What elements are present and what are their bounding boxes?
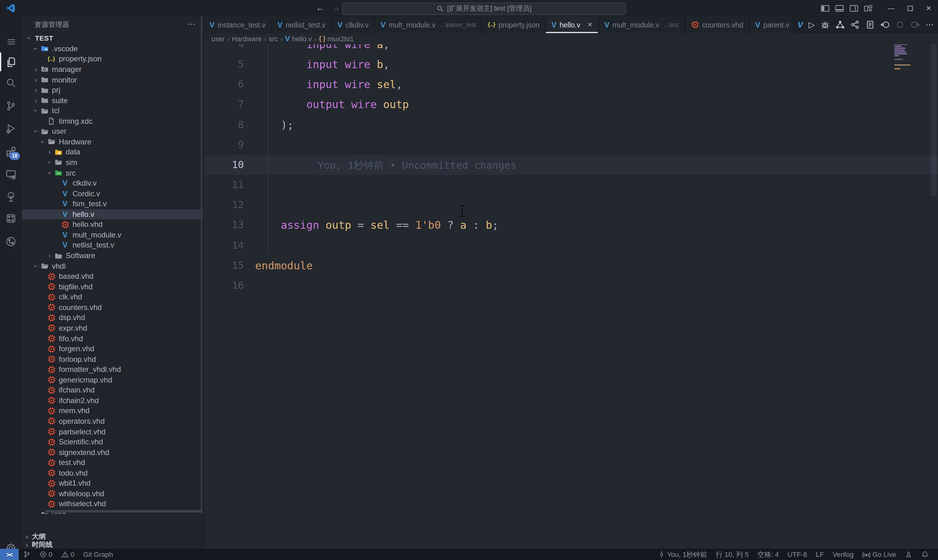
tree-item-sim[interactable]: ›sim [22,157,203,168]
status-eol[interactable]: LF [816,551,824,558]
layout-sidebar-right-icon[interactable] [849,3,859,13]
activity-remote-explorer-icon[interactable] [0,165,22,183]
tree-item-tcl[interactable]: ›tcl [22,106,203,116]
tree-item-timing.xdc[interactable]: timing.xdc [22,116,203,126]
sidebar-scrollbar[interactable] [201,16,203,513]
tab-instance_test.v[interactable]: Vinstance_test.v [204,16,272,33]
status-git-graph[interactable]: Git Graph [83,551,113,558]
status-feedback[interactable] [905,551,912,558]
tree-item-whileloop.vhd[interactable]: whileloop.vhd [22,488,203,499]
tree-item-ifchain.vhd[interactable]: ifchain.vhd [22,385,203,395]
verilog-extension-icon[interactable]: V [798,20,803,29]
tree-item-clk.vhd[interactable]: clk.vhd [22,292,203,302]
tree-item-fsm_test.v[interactable]: Vfsm_test.v [22,199,203,209]
tab-netlist_test.v[interactable]: Vnetlist_test.v [272,16,332,33]
activity-git-graph-view-icon[interactable] [0,232,22,251]
more-actions-icon[interactable]: ⋯ [926,20,934,29]
tree-item-.vscode[interactable]: ›.vscode [22,43,203,54]
layout-custom-icon[interactable] [864,3,873,13]
netlist-hierarchy-icon[interactable] [835,20,845,29]
tree-root[interactable]: ›TEST [22,33,203,43]
tree-item-signextend.vhd[interactable]: signextend.vhd [22,447,203,457]
status-remote-indicator[interactable]: >< [0,549,18,560]
breadcrumb-item-src[interactable]: src [269,35,278,43]
tree-item-genericmap.vhd[interactable]: genericmap.vhd [22,375,203,385]
editor-scrollbar[interactable] [931,45,937,195]
close-button[interactable]: ✕ [919,0,938,16]
tab-mult_module.v[interactable]: Vmult_module.v...\parse_test [375,16,482,33]
maximize-button[interactable] [901,0,919,16]
layout-sidebar-left-icon[interactable] [821,3,830,13]
tree-item-Cordic.v[interactable]: VCordic.v [22,188,203,199]
status-source-control-status[interactable] [23,551,30,558]
tree-item-todo.vhd[interactable]: todo.vhd [22,468,203,478]
activity-board-icon[interactable] [0,209,22,228]
tree-item-counters.vhd[interactable]: counters.vhd [22,302,203,312]
status-cursor-position[interactable]: 行 10, 列 5 [716,550,749,559]
tree-item-clkdiv.v[interactable]: Vclkdiv.v [22,178,203,188]
breadcrumb-item-Hardware[interactable]: Hardware [232,35,262,43]
tree-item-bigfile.vhd[interactable]: bigfile.vhd [22,282,203,292]
tab-property.json[interactable]: {..}property.json [482,16,545,33]
share-graph-icon[interactable] [850,20,860,29]
activity-explorer-icon[interactable] [0,52,22,71]
minimap[interactable] [894,45,914,71]
minimize-button[interactable]: — [882,0,901,16]
tree-item-prj[interactable]: ›prj [22,85,203,95]
status-indentation[interactable]: 空格: 4 [757,550,779,559]
nav-forward-button[interactable]: → [330,0,343,16]
tree-item-mem.vhd[interactable]: mem.vhd [22,406,203,416]
debug-alt-icon[interactable] [821,20,830,29]
status-encoding[interactable]: UTF-8 [788,551,807,558]
tree-item-ifchain2.vhd[interactable]: ifchain2.vhd [22,395,203,406]
tree-item-Scientific.vhd[interactable]: Scientific.vhd [22,437,203,447]
breadcrumb-item-user[interactable]: user [211,35,225,43]
tree-item-wbit1.vhd[interactable]: wbit1.vhd [22,478,203,488]
tree-item-formatter_vhdl.vhd[interactable]: formatter_vhdl.vhd [22,365,203,375]
status-problems-errors[interactable]: 0 [39,551,52,558]
tab-mult_module.v[interactable]: Vmult_module.v...\src [599,16,685,33]
command-center-search[interactable]: [扩展开发宿主] test [管理员] [342,2,626,15]
breadcrumb-item-hello.v[interactable]: Vhello.v [285,35,312,43]
tree-item-hello.v[interactable]: Vhello.v [22,209,203,219]
tree-item-partselect.vhd[interactable]: partselect.vhd [22,426,203,437]
tree-item-forgen.vhd[interactable]: forgen.vhd [22,344,203,354]
tree-item-data[interactable]: ›data [22,147,203,157]
tab-hello.v[interactable]: Vhello.v✕ [546,16,599,33]
run-icon[interactable]: ▷ [809,20,815,29]
sync-state-icon[interactable] [895,20,905,29]
layout-panel-icon[interactable] [835,3,844,13]
tree-item-withselect.vhd[interactable]: withselect.vhd [22,499,203,509]
tab-clkdiv.v[interactable]: Vclkdiv.v [332,16,375,33]
tree-item-Software[interactable]: ›Software [22,251,203,261]
sidebar-more-actions-button[interactable]: ⋯ [188,16,196,33]
sidebar-horizontal-scrollbar[interactable] [45,510,202,512]
status-blame-status[interactable]: You, 1秒钟前 [658,550,707,559]
tree-item-manager[interactable]: ›manager [22,64,203,74]
report-icon[interactable] [866,20,875,29]
tree-item-based.vhd[interactable]: based.vhd [22,271,203,282]
status-notifications[interactable] [921,551,929,558]
tab-counters.vhd[interactable]: counters.vhd [685,16,750,33]
status-go-live[interactable]: Go Live [863,550,896,558]
tree-item-operators.vhd[interactable]: operators.vhd [22,416,203,426]
activity-run-debug-icon[interactable] [0,119,22,137]
status-problems-warnings[interactable]: 0 [61,551,74,558]
activity-menu-icon[interactable] [0,32,22,51]
tree-item-property.json[interactable]: {..}property.json [22,54,203,64]
tree-item-src[interactable]: ›<>src [22,168,203,178]
tree-item-fifo.vhd[interactable]: fifo.vhd [22,333,203,343]
section-header-outline[interactable]: ›大纲 [22,532,203,541]
tree-item-forloop.vhd[interactable]: forloop.vhd [22,354,203,365]
section-header-timeline[interactable]: ›时间线 [22,540,203,549]
tab-parent.v[interactable]: Vparent.v [750,16,795,33]
activity-extensions-icon[interactable]: 18 [0,142,22,161]
activity-project-tree-icon[interactable] [0,187,22,206]
tree-item-mult_module.v[interactable]: Vmult_module.v [22,230,203,240]
tree-item-vhdl[interactable]: ›vhdl [22,261,203,271]
tree-item-expr.vhd[interactable]: expr.vhd [22,323,203,333]
status-language-mode[interactable]: Verilog [833,551,853,558]
history-forward-icon[interactable] [910,20,920,29]
nav-back-button[interactable]: ← [314,0,327,16]
tree-item-suite[interactable]: ›suite [22,95,203,106]
